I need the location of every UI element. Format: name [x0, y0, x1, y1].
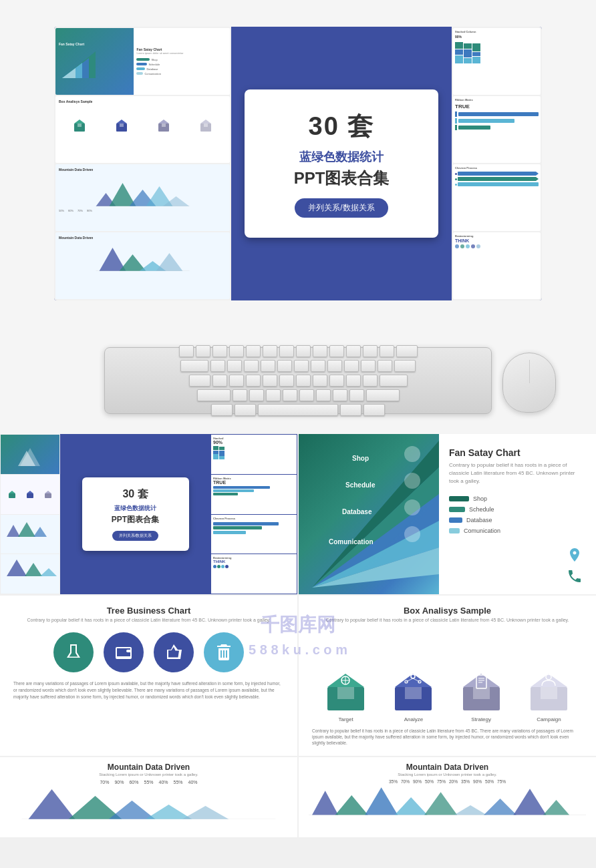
svg-marker-17	[110, 183, 136, 206]
box-analysis-desc: Contrary to popular belief it has roots …	[312, 728, 583, 746]
svg-marker-34	[9, 491, 15, 493]
key	[296, 345, 311, 357]
key-alt	[235, 404, 256, 416]
thumb-brainstorming: Brainstorming THINK	[453, 232, 541, 299]
svg-rect-6	[78, 124, 82, 127]
key	[329, 375, 344, 387]
box-analysis-subtitle: Contrary to popular belief it has roots …	[312, 618, 583, 622]
key	[263, 345, 277, 357]
key	[363, 375, 378, 387]
key	[333, 389, 347, 401]
svg-rect-9	[120, 124, 124, 127]
keyboard	[104, 347, 492, 414]
key-shift-l	[197, 389, 231, 401]
svg-marker-86	[146, 805, 192, 819]
key	[378, 360, 392, 372]
keyboard-row-3	[189, 375, 408, 387]
svg-text:Schedule: Schedule	[345, 481, 376, 489]
svg-point-53	[404, 526, 420, 542]
svg-marker-97	[543, 800, 570, 815]
key-shift-r	[366, 389, 400, 401]
card-fan-satay: Shop Schedule Database Comunication Fan …	[299, 434, 596, 594]
svg-rect-37	[45, 493, 51, 498]
keyboard-area	[0, 327, 596, 434]
slide-badge: 并列关系/数据关系	[295, 198, 388, 218]
key	[316, 389, 331, 401]
svg-marker-93	[424, 792, 457, 815]
key	[261, 360, 275, 372]
svg-point-50	[404, 446, 420, 462]
key	[277, 360, 292, 372]
box-analysis-title: Box Analisys Sample	[312, 606, 583, 616]
key-tab	[180, 360, 208, 372]
svg-rect-33	[9, 493, 15, 498]
key	[229, 375, 244, 387]
key	[246, 375, 261, 387]
key	[266, 389, 281, 401]
svg-marker-22	[100, 248, 126, 271]
key	[212, 345, 227, 357]
key	[327, 360, 342, 372]
key	[179, 345, 194, 357]
svg-marker-25	[156, 253, 183, 271]
fan-satay-subtitle: Contrary to popular belief it has roots …	[449, 461, 586, 485]
slide-center-panel: 30 套 蓝绿色数据统计 PPT图表合集 并列关系/数据关系	[231, 27, 452, 300]
thumb-box-analysis: Box Analisys Sample	[55, 96, 230, 163]
tree-business-title: Tree Business Chart	[13, 606, 284, 616]
thumb-mountain2: Mountain Data Driven	[55, 232, 230, 299]
key	[279, 375, 294, 387]
keyboard-row-2	[180, 360, 416, 372]
svg-marker-40	[18, 522, 35, 537]
card-tree-business: Tree Business Chart Contrary to popular …	[0, 596, 297, 756]
svg-marker-3	[62, 68, 76, 78]
svg-rect-81	[541, 687, 557, 699]
svg-marker-23	[120, 254, 146, 271]
key-caps	[189, 375, 210, 387]
key	[283, 389, 297, 401]
key	[346, 375, 361, 387]
svg-text:Comunication: Comunication	[329, 538, 374, 546]
tree-business-subtitle: Contrary to popular belief it has roots …	[13, 618, 284, 622]
key	[279, 345, 294, 357]
key	[311, 360, 325, 372]
svg-marker-90	[335, 795, 368, 815]
key	[299, 389, 314, 401]
key	[380, 345, 394, 357]
svg-marker-96	[513, 789, 546, 815]
svg-marker-14	[200, 120, 211, 124]
key	[196, 345, 210, 357]
svg-marker-43	[25, 563, 42, 576]
svg-marker-83	[29, 789, 76, 819]
keyboard-row-1	[179, 345, 418, 357]
svg-marker-44	[40, 568, 57, 576]
slide-title1: 蓝绿色数据统计	[261, 149, 422, 165]
svg-marker-85	[109, 801, 156, 819]
mountain-left-subtitle: Stacking Lorem ipsum or Unknown printer …	[10, 773, 287, 777]
key-space	[258, 404, 338, 416]
keyboard-row-4	[197, 389, 400, 401]
svg-marker-41	[33, 527, 47, 537]
svg-marker-94	[454, 805, 486, 815]
svg-marker-36	[27, 491, 33, 493]
svg-rect-15	[204, 124, 208, 127]
key	[212, 375, 227, 387]
svg-marker-91	[365, 787, 398, 815]
key	[233, 389, 247, 401]
top-banner: Fan Satay Chart Fan Satay Chart Lorem ip…	[0, 0, 596, 327]
svg-marker-95	[484, 799, 516, 815]
svg-marker-42	[7, 560, 27, 576]
svg-text:Database: Database	[342, 508, 372, 515]
key	[229, 345, 244, 357]
key	[294, 360, 309, 372]
slides-section: 千图库网 5 8 8 k u . c o m	[0, 434, 596, 837]
svg-rect-66	[405, 687, 422, 699]
slides-grid: 30 套 蓝绿色数据统计 PPT图表合集 并列关系/数据关系 Stacked 9…	[0, 434, 596, 837]
slide-center-inner: 30 套 蓝绿色数据统计 PPT图表合集 并列关系/数据关系	[245, 89, 438, 238]
key	[363, 345, 378, 357]
key	[296, 375, 311, 387]
key	[263, 375, 277, 387]
svg-marker-8	[116, 120, 127, 124]
key	[349, 389, 364, 401]
svg-marker-65	[395, 674, 432, 687]
svg-point-51	[404, 473, 420, 489]
